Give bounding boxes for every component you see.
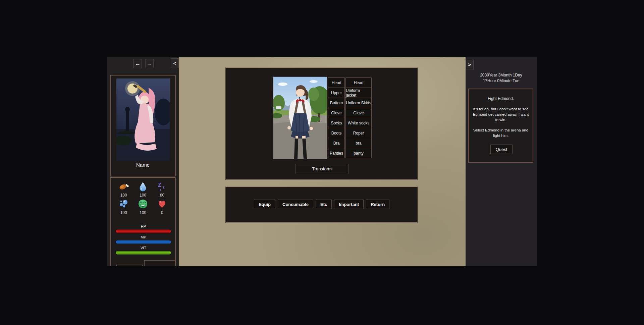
stat-value: 0 — [161, 210, 163, 215]
equip-item-upper[interactable]: Uniform jacket — [345, 88, 372, 98]
vit-bar-block: VIT — [116, 246, 171, 255]
game-date: 2030Year 3Month 1Day 17Hour 0Minute Tue — [466, 72, 537, 84]
hp-bar-block: HP — [116, 224, 171, 233]
equip-item-head[interactable]: Head — [345, 77, 372, 88]
quest-title: Fight Edmond. — [469, 96, 533, 101]
happy-face-icon — [138, 199, 148, 209]
character-button[interactable]: Character — [144, 260, 175, 266]
mp-bar-fill — [116, 240, 171, 244]
tab-etc[interactable]: Etc — [316, 200, 332, 209]
hp-label: HP — [116, 224, 171, 228]
equip-slot-boots: Boots — [328, 128, 345, 138]
mp-bar-block: MP — [116, 235, 171, 244]
equip-item-bottom[interactable]: Uniform Skirts — [345, 98, 372, 108]
equipment-panel: Head Head Upper Uniform jacket Bottom Un… — [225, 67, 418, 180]
game-date-line2: 17Hour 0Minute Tue — [466, 78, 537, 84]
table-row: Upper Uniform jacket — [328, 88, 372, 98]
main-area: Head Head Upper Uniform jacket Bottom Un… — [179, 57, 466, 266]
equip-item-socks[interactable]: White socks — [345, 118, 372, 128]
water-drop-icon — [138, 181, 148, 192]
equip-item-panties[interactable]: panty — [345, 148, 372, 158]
stat-mood: 100 — [133, 199, 152, 215]
stat-value: 100 — [120, 193, 127, 198]
equip-slot-bottom: Bottom — [328, 98, 345, 108]
equip-item-glove[interactable]: Glove — [345, 108, 372, 118]
svg-text:z: z — [163, 185, 165, 189]
table-row: Panties panty — [328, 148, 372, 158]
game-window: ← → < — [107, 57, 537, 266]
vit-bar-fill — [116, 251, 171, 255]
right-sidebar: > 2030Year 3Month 1Day 17Hour 0Minute Tu… — [466, 57, 537, 266]
svg-text:z: z — [160, 188, 161, 191]
forward-arrow-icon: → — [147, 60, 152, 67]
tab-consumable[interactable]: Consumable — [278, 200, 313, 209]
stat-value: 100 — [120, 210, 127, 215]
sleep-zz-icon: Z z z — [157, 181, 167, 192]
equip-slot-glove: Glove — [328, 108, 345, 118]
stat-hunger: 100 — [114, 181, 133, 198]
vit-bar-track — [116, 251, 171, 255]
stats-panel: 100 100 Z z — [110, 177, 176, 266]
equip-slot-head: Head — [328, 77, 345, 88]
table-row: Head Head — [328, 77, 372, 88]
sidebar-cutoff-button[interactable] — [116, 265, 143, 266]
quest-panel: Fight Edmond. It's tough, but I don't wa… — [468, 89, 533, 163]
table-row: Glove Glove — [328, 108, 372, 118]
hp-bar-fill — [116, 229, 171, 233]
equipment-table: Head Head Upper Uniform jacket Bottom Un… — [328, 77, 372, 158]
equip-slot-panties: Panties — [328, 148, 345, 158]
back-arrow-icon: ← — [135, 60, 141, 67]
heart-icon — [157, 199, 167, 209]
character-name: Name — [111, 162, 175, 168]
stat-hygiene: 100 — [114, 199, 133, 215]
stat-sleep: Z z z 60 — [153, 181, 172, 198]
table-row: Bottom Uniform Skirts — [328, 98, 372, 108]
forward-button[interactable]: → — [145, 59, 154, 68]
equip-slot-upper: Upper — [328, 88, 345, 98]
character-portrait-image — [116, 78, 170, 161]
game-date-line1: 2030Year 3Month 1Day — [466, 72, 537, 78]
character-fullbody-image — [273, 77, 327, 159]
table-row: Bra bra — [328, 138, 372, 148]
tab-return[interactable]: Return — [366, 200, 389, 209]
meat-icon — [119, 181, 129, 192]
mp-label: MP — [116, 235, 171, 239]
equip-item-boots[interactable]: Roper — [345, 128, 372, 138]
bubbles-icon — [119, 199, 129, 209]
inventory-tabs-row: Equip Consumable Etc Important Return — [226, 200, 417, 209]
table-row: Boots Roper — [328, 128, 372, 138]
hp-bar-track — [116, 229, 171, 233]
mp-bar-track — [116, 240, 171, 244]
left-sidebar: ← → < — [107, 57, 179, 266]
chevron-left-icon: < — [173, 60, 176, 66]
equip-slot-socks: Socks — [328, 118, 345, 128]
equip-item-bra[interactable]: bra — [345, 138, 372, 148]
chevron-right-icon: > — [468, 62, 471, 67]
tab-equip[interactable]: Equip — [254, 200, 275, 209]
stat-value: 100 — [140, 193, 146, 198]
portrait-panel: Name — [110, 75, 176, 176]
quest-button[interactable]: Quest — [490, 145, 513, 154]
screen: ← → < — [0, 0, 644, 325]
transform-button[interactable]: Transform — [295, 164, 348, 174]
equip-slot-bra: Bra — [328, 138, 345, 148]
table-row: Socks White socks — [328, 118, 372, 128]
collapse-right-sidebar-button[interactable]: > — [466, 60, 474, 69]
inventory-tabs-panel: Equip Consumable Etc Important Return — [225, 186, 418, 223]
stat-thirst: 100 — [133, 181, 152, 198]
stat-grid: 100 100 Z z — [114, 181, 172, 215]
back-button[interactable]: ← — [133, 59, 142, 68]
vit-label: VIT — [116, 246, 171, 250]
quest-body-2: Select Edmond in the arena and fight him… — [469, 127, 533, 138]
quest-body-1: It's tough, but I don't want to see Edmo… — [469, 106, 533, 122]
stat-value: 60 — [160, 193, 164, 198]
tab-important[interactable]: Important — [334, 200, 364, 209]
svg-text:Z: Z — [158, 182, 161, 188]
stat-value: 100 — [140, 210, 146, 215]
collapse-left-sidebar-button[interactable]: < — [171, 58, 179, 68]
stat-affection: 0 — [153, 199, 172, 215]
